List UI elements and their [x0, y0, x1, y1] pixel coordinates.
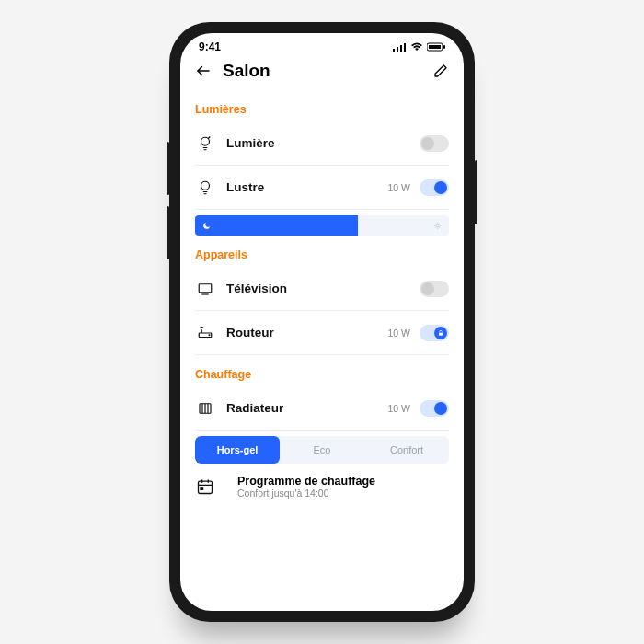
program-title: Programme de chauffage — [237, 475, 375, 488]
toggle-lustre[interactable] — [420, 179, 449, 196]
status-icons — [393, 42, 445, 52]
moon-icon — [202, 222, 211, 230]
svg-point-12 — [201, 181, 210, 190]
toggle-radiator[interactable] — [420, 400, 449, 417]
svg-rect-0 — [393, 49, 395, 52]
calendar-icon — [195, 477, 215, 497]
device-label: Radiateur — [226, 401, 387, 415]
svg-line-20 — [435, 223, 436, 224]
svg-rect-2 — [400, 45, 402, 52]
arrow-left-icon — [195, 63, 212, 79]
heating-mode-segment: Hors-gel Eco Confort — [195, 436, 449, 464]
tv-icon — [195, 279, 215, 299]
header: Salon — [180, 53, 464, 90]
device-label: Télévision — [226, 282, 420, 295]
svg-point-15 — [436, 224, 439, 227]
bulb-off-icon — [195, 133, 215, 154]
svg-rect-29 — [439, 332, 443, 335]
device-row-lumiere[interactable]: Lumière — [195, 121, 449, 166]
svg-rect-6 — [443, 45, 445, 49]
edit-button[interactable] — [431, 61, 451, 81]
status-time: 9:41 — [199, 40, 221, 53]
svg-rect-24 — [199, 283, 212, 292]
svg-rect-5 — [429, 45, 441, 49]
heating-program-row[interactable]: Programme de chauffage Confort jusqu'à 1… — [195, 475, 449, 499]
device-watt: 10 W — [387, 182, 410, 193]
battery-icon — [427, 42, 445, 52]
section-heating-title: Chauffage — [195, 368, 449, 381]
toggle-lumiere[interactable] — [420, 135, 449, 152]
brightness-slider[interactable] — [195, 215, 449, 236]
toggle-tv[interactable] — [420, 281, 449, 297]
bulb-icon — [195, 178, 215, 198]
device-watt: 10 W — [387, 328, 410, 339]
mode-confort[interactable]: Confort — [364, 436, 449, 464]
program-sub: Confort jusqu'à 14:00 — [237, 488, 375, 499]
section-devices-title: Appareils — [195, 248, 449, 261]
screen: 9:41 Salon Lumières Lumière — [180, 33, 464, 611]
sun-icon — [433, 222, 442, 230]
wifi-icon — [410, 42, 423, 52]
router-icon — [195, 323, 215, 343]
slider-fill — [195, 215, 358, 236]
device-row-lustre[interactable]: Lustre 10 W — [195, 166, 449, 210]
svg-rect-1 — [397, 47, 398, 52]
radiator-icon — [195, 398, 215, 419]
device-label: Lustre — [226, 180, 387, 194]
pencil-icon — [433, 63, 448, 78]
svg-line-21 — [439, 227, 440, 228]
device-row-radiator[interactable]: Radiateur 10 W — [195, 386, 449, 431]
section-lights-title: Lumières — [195, 103, 449, 116]
svg-line-22 — [435, 227, 436, 228]
device-row-router[interactable]: Routeur 10 W — [195, 311, 449, 355]
device-label: Lumière — [226, 136, 420, 150]
phone-frame: 9:41 Salon Lumières Lumière — [169, 22, 475, 622]
mode-horsgel[interactable]: Hors-gel — [195, 436, 280, 464]
signal-icon — [393, 42, 407, 52]
svg-line-11 — [208, 136, 210, 138]
page-title: Salon — [223, 61, 431, 81]
svg-point-28 — [209, 334, 210, 335]
mode-eco[interactable]: Eco — [280, 436, 364, 464]
back-button[interactable] — [193, 61, 213, 81]
status-bar: 9:41 — [180, 33, 464, 53]
slider-rest — [358, 222, 449, 230]
content[interactable]: Lumières Lumière Lustre 10 W — [180, 90, 464, 611]
svg-rect-38 — [201, 488, 203, 490]
svg-rect-3 — [404, 43, 406, 52]
device-watt: 10 W — [387, 403, 410, 414]
device-label: Routeur — [226, 326, 387, 339]
toggle-router[interactable] — [420, 325, 449, 341]
device-row-tv[interactable]: Télévision — [195, 267, 449, 311]
svg-line-23 — [439, 223, 440, 224]
lock-icon — [437, 329, 444, 337]
